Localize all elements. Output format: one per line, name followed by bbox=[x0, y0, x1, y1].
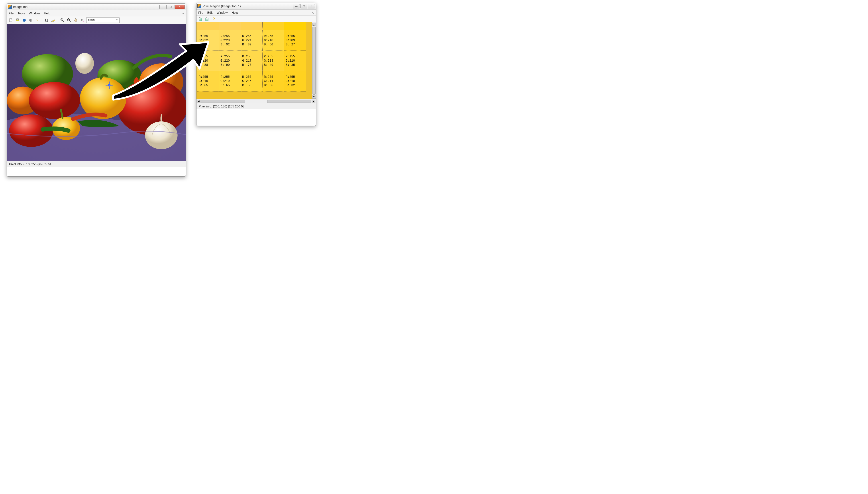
crop-icon[interactable] bbox=[44, 18, 49, 23]
pixel-cell: R:255 G:209 B: 27 bbox=[284, 30, 306, 51]
svg-point-17 bbox=[83, 19, 84, 20]
close-button[interactable]: ✕ bbox=[308, 4, 315, 8]
menu-file[interactable]: File bbox=[8, 12, 14, 15]
statusbar: Pixel info: (510, 253) [64 35 61] bbox=[7, 161, 186, 167]
svg-text:?: ? bbox=[36, 18, 39, 22]
pixel-cell: B: 37 bbox=[263, 22, 284, 30]
svg-point-19 bbox=[83, 20, 84, 21]
pixel-cell: R:255 G:213 B: 49 bbox=[263, 51, 284, 71]
overview-icon[interactable] bbox=[79, 18, 85, 23]
pixel-cell: R:255 G:216 B: 53 bbox=[241, 71, 263, 92]
menu-help[interactable]: Help bbox=[44, 12, 50, 15]
close-button[interactable]: ✕ bbox=[175, 5, 185, 9]
svg-rect-8 bbox=[52, 19, 55, 22]
menubar: File Tools Window Help ↘ bbox=[7, 10, 186, 16]
svg-line-10 bbox=[63, 21, 64, 22]
window-controls: — ▢ ✕ bbox=[160, 5, 185, 9]
app-icon bbox=[197, 4, 201, 8]
ruler-icon[interactable] bbox=[51, 18, 56, 23]
svg-line-14 bbox=[69, 21, 71, 22]
pixel-cell: R:255 G:220 B: 92 bbox=[219, 30, 241, 51]
zoom-in-icon[interactable] bbox=[60, 18, 65, 23]
window-controls: — ▢ ✕ bbox=[293, 4, 315, 8]
titlebar[interactable]: Pixel Region (Image Tool 1) — ▢ ✕ bbox=[197, 3, 316, 10]
pixel-toolbar: + − ? bbox=[197, 16, 316, 22]
svg-point-18 bbox=[81, 20, 82, 21]
svg-text:+: + bbox=[199, 17, 200, 19]
pan-icon[interactable] bbox=[73, 18, 78, 23]
svg-rect-2 bbox=[17, 19, 18, 20]
pixel-cell: B: 85 bbox=[197, 22, 219, 30]
print-icon[interactable] bbox=[15, 18, 20, 23]
toolbar: i ? 100% ▼ bbox=[7, 16, 186, 24]
menu-help[interactable]: Help bbox=[232, 11, 238, 14]
scroll-left-icon[interactable]: ◀ bbox=[197, 100, 200, 103]
pixel-cell: R:255 G:221 B: 82 bbox=[241, 30, 263, 51]
window-title: Image Tool 1 - I bbox=[13, 5, 160, 8]
image-tool-window: Image Tool 1 - I — ▢ ✕ File Tools Window… bbox=[7, 3, 186, 176]
new-file-icon[interactable] bbox=[8, 18, 14, 23]
pixel-region-window: Pixel Region (Image Tool 1) — ▢ ✕ File E… bbox=[196, 3, 316, 126]
maximize-button[interactable]: ▢ bbox=[300, 4, 307, 8]
chevron-down-icon: ▼ bbox=[116, 19, 118, 21]
scroll-up-icon[interactable]: ▲ bbox=[312, 23, 316, 26]
pixel-info-text: Pixel info: (266, 186) [255 200 0] bbox=[199, 104, 243, 108]
scroll-thumb[interactable] bbox=[312, 27, 315, 95]
pixel-cell: B: 4 bbox=[284, 22, 306, 30]
svg-point-29 bbox=[80, 77, 126, 119]
peppers-image bbox=[7, 24, 186, 161]
zoom-dropdown[interactable]: 100% ▼ bbox=[86, 18, 120, 23]
svg-text:?: ? bbox=[213, 17, 215, 21]
minimize-button[interactable]: — bbox=[160, 5, 166, 9]
contrast-icon[interactable] bbox=[28, 18, 34, 23]
pixel-grid-viewport[interactable]: B: 85B: 92B: 83B: 37B: 4R:255 G:222 B: 9… bbox=[197, 22, 316, 99]
toolbar-separator bbox=[42, 18, 42, 23]
menu-edit[interactable]: Edit bbox=[207, 11, 213, 14]
help-icon[interactable]: ? bbox=[35, 18, 40, 23]
window-title: Pixel Region (Image Tool 1) bbox=[203, 4, 293, 8]
minimize-button[interactable]: — bbox=[293, 4, 300, 8]
svg-point-3 bbox=[16, 20, 17, 20]
help-icon[interactable]: ? bbox=[211, 16, 216, 22]
menu-overflow-icon[interactable]: ↘ bbox=[312, 11, 314, 14]
svg-text:i: i bbox=[24, 19, 24, 21]
zoom-in-grid-icon[interactable]: + bbox=[198, 16, 203, 22]
pixel-cell: R:255 G:211 B: 36 bbox=[263, 71, 284, 92]
pixel-cell: R:255 G:222 B: 97 bbox=[197, 30, 219, 51]
svg-point-27 bbox=[29, 82, 80, 119]
svg-point-31 bbox=[145, 121, 178, 149]
scroll-right-icon[interactable]: ▶ bbox=[312, 100, 315, 103]
pixel-info-text: Pixel info: (510, 253) [64 35 61] bbox=[9, 163, 52, 166]
menu-file[interactable]: File bbox=[198, 11, 203, 14]
pixel-cell: R:255 G:210 B: 35 bbox=[284, 51, 306, 71]
menubar: File Edit Window Help ↘ bbox=[197, 10, 316, 16]
menu-window[interactable]: Window bbox=[217, 11, 228, 14]
pixel-cell: R:255 G:218 B: 60 bbox=[263, 30, 284, 51]
scroll-down-icon[interactable]: ▼ bbox=[312, 95, 316, 99]
scroll-thumb[interactable] bbox=[201, 100, 245, 103]
pixel-cell: B: 92 bbox=[219, 22, 241, 30]
menu-overflow-icon[interactable]: ↘ bbox=[182, 12, 184, 15]
horizontal-scrollbar[interactable]: ◀ ▶ bbox=[197, 99, 316, 103]
svg-point-25 bbox=[75, 53, 94, 74]
menu-tools[interactable]: Tools bbox=[18, 12, 25, 15]
pixel-cell: R:255 G:210 B: 32 bbox=[284, 71, 306, 92]
vertical-scrollbar[interactable]: ▲ ▼ bbox=[312, 22, 316, 99]
menu-window[interactable]: Window bbox=[29, 12, 40, 15]
zoom-out-icon[interactable] bbox=[66, 18, 72, 23]
pixel-grid: B: 85B: 92B: 83B: 37B: 4R:255 G:222 B: 9… bbox=[197, 22, 306, 92]
app-icon bbox=[8, 5, 12, 9]
scroll-track[interactable] bbox=[201, 100, 311, 103]
zoom-out-grid-icon[interactable]: − bbox=[204, 16, 210, 22]
svg-text:−: − bbox=[206, 17, 207, 19]
statusbar: Pixel info: (266, 186) [255 200 0] bbox=[197, 103, 316, 109]
pixel-cell: R:255 G:220 B: 90 bbox=[219, 51, 241, 71]
maximize-button[interactable]: ▢ bbox=[167, 5, 174, 9]
titlebar[interactable]: Image Tool 1 - I — ▢ ✕ bbox=[7, 3, 186, 10]
image-canvas[interactable] bbox=[7, 24, 186, 161]
pixel-cell: R:255 G:217 B: 75 bbox=[241, 51, 263, 71]
pixel-cell: B: 83 bbox=[241, 22, 263, 30]
scroll-thumb[interactable] bbox=[267, 100, 311, 103]
pixel-cell: R:255 G:216 B: 65 bbox=[197, 71, 219, 92]
info-icon[interactable]: i bbox=[21, 18, 27, 23]
